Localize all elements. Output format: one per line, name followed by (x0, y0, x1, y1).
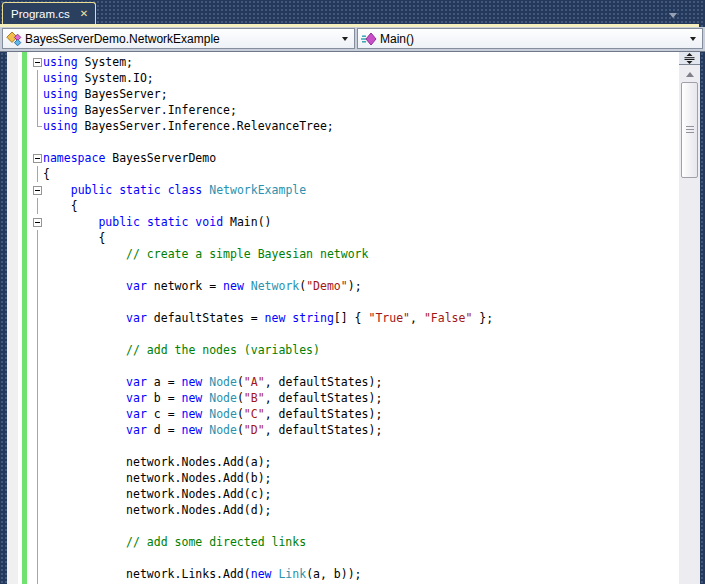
class-icon (6, 31, 22, 47)
code-line-text: var c = new Node("C", defaultStates); (43, 406, 382, 422)
code-line-text: using System; (43, 54, 133, 70)
code-line-text: network.Nodes.Add(b); (43, 470, 271, 486)
tab-overflow-chevron-down-icon[interactable] (669, 13, 677, 18)
change-tracking-bar (22, 52, 27, 584)
code-line (0, 326, 679, 342)
code-line-text: using BayesServer.Inference; (43, 102, 237, 118)
scrollbar-thumb[interactable] (681, 82, 698, 178)
code-line-text: { (43, 166, 50, 182)
tab-program-cs[interactable]: Program.cs ✕ (2, 2, 96, 24)
code-line: // create a simple Bayesian network (0, 246, 679, 262)
outline-line (37, 566, 38, 582)
code-line: using System.IO; (0, 70, 679, 86)
code-line: network.Nodes.Add(c); (0, 486, 679, 502)
outline-line (37, 278, 38, 294)
outline-line (37, 262, 38, 278)
outline-line (37, 310, 38, 326)
method-icon (361, 31, 377, 47)
code-line-text: var defaultStates = new string[] { "True… (43, 310, 493, 326)
code-line: network.Links.Add(new Link(a, b)); (0, 566, 679, 582)
code-line: // add the nodes (variables) (0, 342, 679, 358)
code-line-text: var b = new Node("B", defaultStates); (43, 390, 382, 406)
code-line: var network = new Network("Demo"); (0, 278, 679, 294)
code-line: public static void Main() (0, 214, 679, 230)
code-line-text: public static void Main() (43, 214, 272, 230)
code-line: public static class NetworkExample (0, 182, 679, 198)
code-line-text: var network = new Network("Demo"); (43, 278, 362, 294)
outline-end (37, 118, 42, 127)
code-line: network.Nodes.Add(b); (0, 470, 679, 486)
collapse-toggle-icon[interactable] (33, 154, 42, 163)
outline-line (37, 374, 38, 390)
window-left-border (0, 52, 7, 584)
member-dropdown[interactable]: Main() (357, 28, 703, 49)
code-line: var d = new Node("D", defaultStates); (0, 422, 679, 438)
outline-line (37, 294, 38, 310)
outline-line (37, 342, 38, 358)
code-line: { (0, 230, 679, 246)
code-line (0, 294, 679, 310)
collapse-toggle-icon[interactable] (33, 186, 42, 195)
code-line: using System; (0, 54, 679, 70)
vs-document-window: Program.cs ✕ BayesServerDemo.NetworkExam… (0, 0, 705, 584)
outline-line (37, 326, 38, 342)
outline-line (37, 438, 38, 454)
outline-line (37, 422, 38, 438)
code-line (0, 262, 679, 278)
outline-line (37, 358, 38, 374)
chevron-down-icon[interactable] (342, 37, 348, 41)
outline-line (37, 406, 38, 422)
code-line-text: // create a simple Bayesian network (43, 246, 368, 262)
collapse-toggle-icon[interactable] (33, 218, 42, 227)
outline-line (37, 454, 38, 470)
outline-line (37, 470, 38, 486)
code-editor[interactable]: using System;using System.IO;using Bayes… (0, 52, 705, 584)
code-line (0, 438, 679, 454)
outline-line (37, 518, 38, 534)
outline-line (37, 486, 38, 502)
code-line: var a = new Node("A", defaultStates); (0, 374, 679, 390)
collapse-toggle-icon[interactable] (33, 58, 42, 67)
code-line: { (0, 166, 679, 182)
member-dropdown-value: Main() (380, 32, 414, 46)
code-line-text: using BayesServer; (43, 86, 168, 102)
tab-strip: Program.cs ✕ (0, 0, 705, 24)
outline-line (37, 86, 38, 102)
code-line-text: using BayesServer.Inference.RelevanceTre… (43, 118, 334, 134)
code-line-text: { (43, 230, 105, 246)
outline-line (37, 390, 38, 406)
code-line-text: // add some directed links (43, 534, 306, 550)
window-right-border (700, 52, 705, 584)
chevron-down-icon[interactable] (690, 37, 696, 41)
code-line (0, 518, 679, 534)
code-line-text: network.Nodes.Add(d); (43, 502, 271, 518)
code-line-text: network.Nodes.Add(a); (43, 454, 271, 470)
indicator-margin (7, 52, 18, 584)
code-line-text: var d = new Node("D", defaultStates); (43, 422, 382, 438)
outline-line (37, 502, 38, 518)
code-line: namespace BayesServerDemo (0, 150, 679, 166)
splitter-button[interactable] (679, 52, 700, 65)
type-dropdown[interactable]: BayesServerDemo.NetworkExample (2, 28, 355, 49)
code-line (0, 134, 679, 150)
code-lines: using System;using System.IO;using Bayes… (0, 52, 679, 584)
code-line-text: network.Nodes.Add(c); (43, 486, 271, 502)
outline-line (37, 230, 38, 246)
code-line-text: { (43, 198, 78, 214)
scroll-up-arrow-icon[interactable] (686, 72, 694, 77)
code-line: var c = new Node("C", defaultStates); (0, 406, 679, 422)
code-line-text: public static class NetworkExample (43, 182, 306, 198)
outline-line (37, 246, 38, 262)
close-icon[interactable]: ✕ (80, 9, 88, 19)
code-line (0, 550, 679, 566)
code-line: using BayesServer.Inference; (0, 102, 679, 118)
code-line: network.Nodes.Add(d); (0, 502, 679, 518)
vertical-scrollbar[interactable] (679, 52, 700, 584)
outline-line (37, 102, 38, 118)
code-line-text: network.Links.Add(new Link(a, b)); (43, 566, 362, 582)
code-line: // add some directed links (0, 534, 679, 550)
code-line-text: var a = new Node("A", defaultStates); (43, 374, 382, 390)
scrollbar-thumb-grip (686, 126, 694, 134)
code-line-text: namespace BayesServerDemo (43, 150, 216, 166)
code-line: { (0, 198, 679, 214)
